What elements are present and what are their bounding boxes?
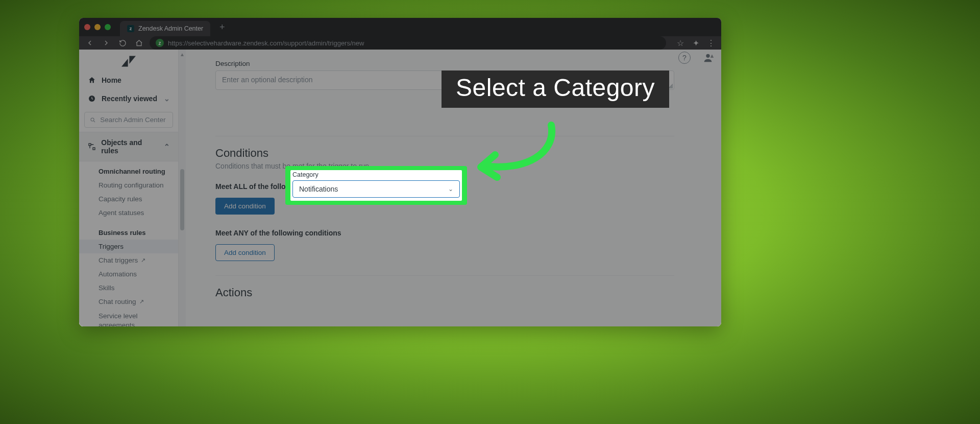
conditions-heading: Conditions [215,147,674,160]
sidebar-item-sla[interactable]: Service level agreements [79,309,178,326]
sidebar-item-capacity-rules[interactable]: Capacity rules [79,192,178,206]
browser-tab[interactable]: z Zendesk Admin Center [120,21,210,36]
sidebar: Home Recently viewed ⌄ Objects and rules… [79,50,179,326]
svg-rect-3 [93,148,95,150]
subgroup-business-rules: Business rules [79,226,178,240]
browser-window: z Zendesk Admin Center + z https://selec… [79,18,721,326]
chevron-down-icon: ⌄ [448,185,453,193]
reload-button[interactable] [117,37,128,49]
home-button[interactable] [133,37,144,49]
category-value: Notifications [299,185,338,193]
scroll-up-icon[interactable]: ▲ [180,52,185,57]
nav-recent-label: Recently viewed [102,95,157,103]
help-icon[interactable]: ? [678,52,691,64]
sidebar-item-routing-config[interactable]: Routing configuration [79,178,178,192]
back-button[interactable] [84,37,95,49]
add-condition-any-button[interactable]: Add condition [215,244,275,261]
chevron-up-icon: ⌃ [164,143,170,151]
conditions-subtext: Conditions that must be met for the trig… [215,162,674,170]
minimize-window-icon[interactable] [94,24,101,30]
meet-any-label: Meet ANY of the following conditions [215,229,674,237]
subgroup-omnichannel: Omnichannel routing [79,164,178,178]
browser-toolbar: z https://selectivehardware.zendesk.com/… [79,36,721,50]
site-lock-icon: z [156,39,164,47]
svg-rect-2 [89,144,91,146]
workflow-icon [87,142,96,151]
forward-button[interactable] [101,37,112,49]
home-icon [87,76,96,85]
sidebar-item-skills[interactable]: Skills [79,281,178,295]
external-link-icon: ↗ [141,257,145,264]
tutorial-callout: Select a Category [442,70,669,108]
actions-heading: Actions [215,286,674,299]
sidebar-item-chat-routing[interactable]: Chat routing ↗ [79,295,178,309]
section-objects-and-rules[interactable]: Objects and rules ⌃ [79,132,178,161]
sidebar-scrollbar[interactable]: ▲ ▼ [179,50,186,326]
bookmark-star-icon[interactable]: ☆ [675,38,685,48]
new-tab-button[interactable]: + [215,20,229,34]
scrollbar-thumb[interactable] [180,169,184,230]
extensions-icon[interactable]: ✦ [691,38,701,48]
nav-home-label: Home [102,76,121,84]
chat-routing-label: Chat routing [99,298,136,305]
add-condition-all-button[interactable]: Add condition [215,198,275,215]
divider [215,136,674,136]
sidebar-item-chat-triggers[interactable]: Chat triggers ↗ [79,253,178,267]
window-traffic-lights [84,24,111,30]
sidebar-sublist: Omnichannel routing Routing configuratio… [79,161,178,326]
external-link-icon: ↗ [139,298,144,305]
svg-point-1 [91,117,94,121]
category-field: Category Notifications ⌄ [290,170,462,201]
search-input[interactable] [100,116,167,124]
divider [215,275,674,276]
section-label: Objects and rules [101,138,159,155]
close-window-icon[interactable] [84,24,90,30]
browser-titlebar: z Zendesk Admin Center + [79,18,721,36]
menu-dots-icon[interactable]: ⋮ [706,38,716,48]
category-label: Category [290,171,462,178]
clock-icon [87,94,96,103]
toolbar-right: ☆ ✦ ⋮ [675,38,716,48]
maximize-window-icon[interactable] [105,24,111,30]
scroll-up-icon[interactable]: ▲ [709,53,715,59]
sidebar-search[interactable] [84,112,173,128]
description-placeholder: Enter an optional description [222,76,312,84]
zendesk-favicon-icon: z [127,25,134,32]
url-text: https://selectivehardware.zendesk.com/su… [168,39,364,47]
chevron-down-icon: ⌄ [164,95,170,103]
chat-triggers-label: Chat triggers [99,256,138,264]
description-label: Description [215,60,674,67]
sidebar-item-triggers[interactable]: Triggers [79,240,178,253]
content-scrollbar[interactable]: ▲ ▼ [708,53,716,326]
category-select[interactable]: Notifications ⌄ [292,180,460,198]
nav-recently-viewed[interactable]: Recently viewed ⌄ [79,89,178,108]
sidebar-item-automations[interactable]: Automations [79,267,178,281]
sidebar-item-agent-statuses[interactable]: Agent statuses [79,206,178,220]
tab-title: Zendesk Admin Center [138,25,203,32]
nav-home[interactable]: Home [79,71,178,89]
address-bar[interactable]: z https://selectivehardware.zendesk.com/… [150,36,666,50]
zendesk-logo-icon[interactable] [79,50,178,71]
